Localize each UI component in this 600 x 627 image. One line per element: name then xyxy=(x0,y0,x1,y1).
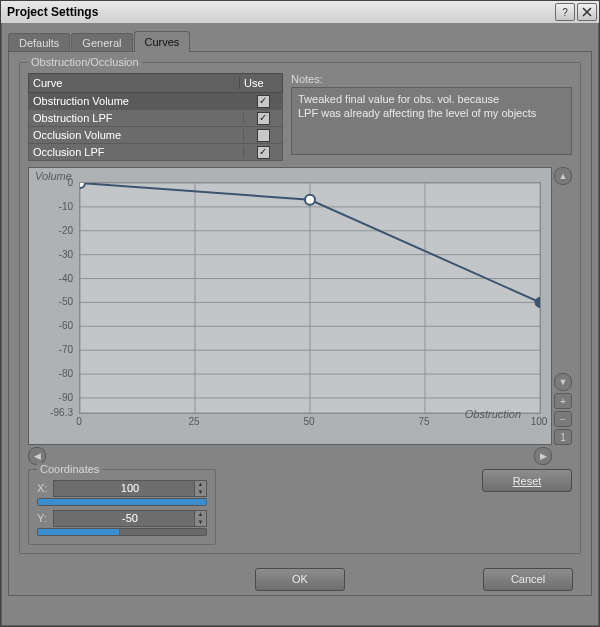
y-tick: -80 xyxy=(33,368,77,379)
chart-vscroll: ▲ ▼ + − 1 xyxy=(554,167,572,445)
col-curve: Curve xyxy=(29,77,240,89)
x-slider[interactable] xyxy=(37,498,207,506)
help-icon: ? xyxy=(562,7,568,18)
obstruction-occlusion-group: Obstruction/Occlusion Curve Use Obstruct… xyxy=(19,62,581,554)
x-tick: 25 xyxy=(188,416,199,427)
y-tick: 0 xyxy=(33,177,77,188)
spin-up-icon[interactable]: ▲ xyxy=(194,511,206,519)
y-tick: -90 xyxy=(33,391,77,402)
curve-chart: Volume Obstruction 0-10-20-30-40-50-60-7… xyxy=(28,167,572,463)
curves-panel: Obstruction/Occlusion Curve Use Obstruct… xyxy=(8,51,592,596)
curve-point[interactable] xyxy=(80,183,85,188)
curve-point[interactable] xyxy=(535,297,540,307)
ok-button[interactable]: OK xyxy=(255,568,345,591)
cancel-button[interactable]: Cancel xyxy=(483,568,573,591)
zoom-reset-button[interactable]: 1 xyxy=(554,429,572,445)
reset-label: Reset xyxy=(513,475,542,487)
table-row[interactable]: Obstruction LPF xyxy=(28,110,283,127)
table-row[interactable]: Obstruction Volume xyxy=(28,93,283,110)
tabstrip: Defaults General Curves xyxy=(8,29,592,51)
use-checkbox[interactable] xyxy=(257,146,270,159)
project-settings-dialog: Project Settings ? Defaults General Curv… xyxy=(0,0,600,627)
scroll-right-button[interactable]: ▶ xyxy=(534,447,552,465)
zoom-in-button[interactable]: + xyxy=(554,393,572,409)
y-value: -50 xyxy=(122,512,138,524)
spin-up-icon[interactable]: ▲ xyxy=(194,481,206,489)
y-tick: -70 xyxy=(33,344,77,355)
dialog-footer: OK Cancel xyxy=(9,563,591,595)
table-row[interactable]: Occlusion Volume xyxy=(28,127,283,144)
y-slider[interactable] xyxy=(37,528,207,536)
use-checkbox[interactable] xyxy=(257,95,270,108)
y-tick: -30 xyxy=(33,248,77,259)
curve-name: Obstruction LPF xyxy=(29,112,244,124)
y-input[interactable]: -50 ▲▼ xyxy=(53,510,207,527)
x-tick: 0 xyxy=(76,416,82,427)
x-tick: 100 xyxy=(531,416,548,427)
chart-frame: Volume Obstruction 0-10-20-30-40-50-60-7… xyxy=(28,167,552,445)
reset-button[interactable]: Reset xyxy=(482,469,572,492)
chart-hscroll: ◀ ▶ xyxy=(28,447,552,463)
notes-label: Notes: xyxy=(291,73,572,85)
use-checkbox[interactable] xyxy=(257,129,270,142)
curve-name: Occlusion Volume xyxy=(29,129,244,141)
x-tick: 50 xyxy=(303,416,314,427)
col-use: Use xyxy=(240,77,282,89)
zoom-out-button[interactable]: − xyxy=(554,411,572,427)
x-input[interactable]: 100 ▲▼ xyxy=(53,480,207,497)
x-label: X: xyxy=(37,482,53,494)
titlebar: Project Settings ? xyxy=(1,1,599,24)
x-value: 100 xyxy=(121,482,139,494)
scroll-down-button[interactable]: ▼ xyxy=(554,373,572,391)
tab-defaults[interactable]: Defaults xyxy=(8,33,70,52)
curve-table-header: Curve Use xyxy=(28,73,283,93)
notes-textarea[interactable]: Tweaked final value for obs. vol. becaus… xyxy=(291,87,572,155)
curve-name: Occlusion LPF xyxy=(29,146,244,158)
x-tick: 75 xyxy=(418,416,429,427)
y-tick: -10 xyxy=(33,200,77,211)
close-button[interactable] xyxy=(577,3,597,21)
close-icon xyxy=(582,7,592,17)
y-tick: -60 xyxy=(33,320,77,331)
notes-section: Notes: Tweaked final value for obs. vol.… xyxy=(291,73,572,161)
y-tick: -20 xyxy=(33,224,77,235)
chart-xlabel: Obstruction xyxy=(465,408,521,420)
y-label: Y: xyxy=(37,512,53,524)
spin-down-icon[interactable]: ▼ xyxy=(194,518,206,526)
coordinates-legend: Coordinates xyxy=(37,463,102,475)
y-tick: -50 xyxy=(33,296,77,307)
curve-point[interactable] xyxy=(305,195,315,205)
curve-table: Curve Use Obstruction Volume Obstruction… xyxy=(28,73,283,161)
use-checkbox[interactable] xyxy=(257,112,270,125)
y-tick: -40 xyxy=(33,272,77,283)
help-button[interactable]: ? xyxy=(555,3,575,21)
scroll-up-button[interactable]: ▲ xyxy=(554,167,572,185)
table-row[interactable]: Occlusion LPF xyxy=(28,144,283,161)
group-legend: Obstruction/Occlusion xyxy=(28,56,142,68)
window-title: Project Settings xyxy=(7,5,553,19)
dialog-body: Defaults General Curves Obstruction/Occl… xyxy=(1,23,599,626)
plot-area[interactable] xyxy=(79,182,541,414)
y-tick: -96.3 xyxy=(33,407,77,418)
coordinates-group: Coordinates X: 100 ▲▼ Y: -5 xyxy=(28,469,216,545)
tab-curves[interactable]: Curves xyxy=(134,31,191,52)
curve-name: Obstruction Volume xyxy=(29,95,244,107)
tab-general[interactable]: General xyxy=(71,33,132,52)
spin-down-icon[interactable]: ▼ xyxy=(194,488,206,496)
